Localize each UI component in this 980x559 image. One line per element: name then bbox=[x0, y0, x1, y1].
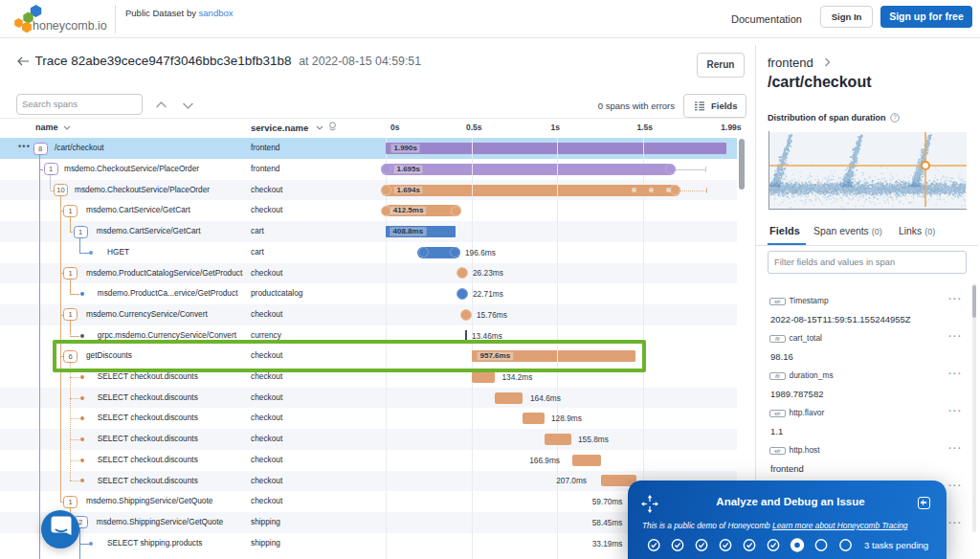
svg-text:?: ? bbox=[893, 114, 897, 121]
